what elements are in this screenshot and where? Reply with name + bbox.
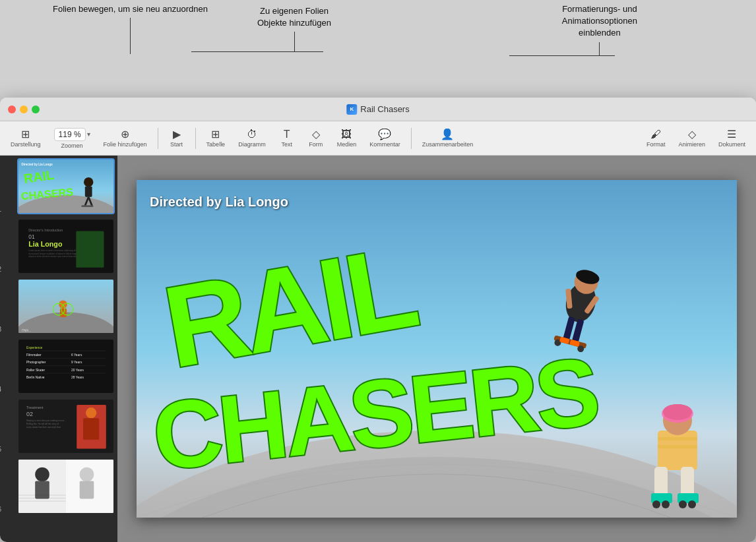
svg-text:Directed by Lia Longo: Directed by Lia Longo	[22, 163, 53, 166]
svg-text:Skating is more than just maki: Skating is more than just making moves..…	[26, 419, 66, 422]
svg-text:Roller Skater: Roller Skater	[26, 369, 45, 372]
shape-icon: ◇	[312, 129, 320, 140]
zusammenarbeiten-button[interactable]: 👤 Zusammenarbeiten	[417, 127, 479, 150]
svg-point-84	[652, 500, 660, 508]
zoom-button[interactable]: 119 % ▾ Zoomen	[49, 125, 96, 152]
table-icon: ⊞	[211, 129, 220, 140]
svg-text:Treatment: Treatment	[26, 406, 44, 409]
window-title: K Rail Chasers	[346, 104, 409, 115]
text-button[interactable]: T Text	[274, 127, 300, 150]
medien-button[interactable]: 🖼 Medien	[332, 127, 362, 150]
media-icon: 🖼	[341, 129, 352, 140]
svg-text:ITMA...: ITMA...	[22, 329, 32, 332]
svg-rect-9	[81, 205, 93, 207]
toolbar-separator-1	[158, 128, 158, 149]
text-icon: T	[284, 129, 290, 140]
toolbar: ⊞ Darstellung 119 % ▾ Zoomen ⊕ Folie hin…	[0, 121, 756, 156]
center-callout: Zu eigenen FolienObjekte hinzufügen	[257, 5, 331, 52]
fullscreen-button[interactable]	[32, 105, 40, 113]
svg-text:01: 01	[28, 233, 35, 240]
form-button[interactable]: ◇ Form	[303, 127, 329, 150]
keynote-app-icon: K	[346, 104, 357, 115]
svg-text:Lia Longo: Lia Longo	[28, 240, 63, 248]
slide-thumb-3[interactable]: ITMA...	[17, 278, 115, 334]
traffic-lights	[0, 105, 40, 113]
dokument-button[interactable]: ☰ Dokument	[713, 127, 751, 150]
slide1-thumbnail-svg: RAIL CHASERS Directed by Lia Longo	[18, 160, 113, 213]
svg-text:Filmmaker: Filmmaker	[26, 353, 42, 357]
main-slide-svg: RAIL CHASERS	[137, 180, 737, 518]
minimize-button[interactable]	[20, 105, 28, 113]
main-slide-canvas[interactable]: RAIL CHASERS	[137, 180, 737, 518]
slide-6-wrapper: 6	[3, 458, 115, 514]
close-button[interactable]	[8, 105, 16, 113]
svg-rect-76	[658, 431, 697, 470]
svg-point-47	[86, 407, 96, 418]
format-icon: 🖌	[650, 129, 661, 140]
slide-thumb-1[interactable]: RAIL CHASERS Directed by Lia Longo	[17, 158, 115, 214]
slide3-thumbnail-svg: ITMA...	[18, 280, 113, 333]
svg-text:6 Years: 6 Years	[71, 353, 82, 357]
svg-rect-6	[85, 187, 92, 197]
tabelle-button[interactable]: ⊞ Tabelle	[201, 127, 231, 150]
format-button[interactable]: 🖌 Format	[641, 127, 671, 150]
canvas-area: RAIL CHASERS	[117, 156, 756, 542]
toolbar-separator-2	[195, 128, 196, 149]
svg-point-52	[35, 467, 49, 482]
chart-icon: ⏱	[247, 129, 257, 140]
folie-hinzufuegen-button[interactable]: ⊕ Folie hinzufügen	[98, 127, 152, 150]
svg-text:9 Years: 9 Years	[71, 361, 82, 364]
toolbar-separator-3	[411, 128, 412, 149]
slide-thumb-4[interactable]: Experience Filmmaker 6 Years Photographe…	[17, 338, 115, 394]
svg-rect-53	[35, 481, 49, 498]
svg-text:aliqua ut enim ad minim veniam: aliqua ut enim ad minim veniam quis nost…	[28, 255, 79, 258]
svg-text:02: 02	[26, 411, 33, 417]
titlebar: K Rail Chasers	[0, 98, 756, 121]
slide-4-wrapper: 4 Experience Filmmaker 6 Years Photog	[3, 338, 115, 394]
play-icon: ▶	[173, 129, 181, 140]
folie-icon: ⊕	[121, 129, 129, 140]
darstellung-button[interactable]: ⊞ Darstellung	[5, 127, 46, 150]
left-callout: Folien bewegen, um sie neu anzuordnen	[53, 3, 208, 54]
svg-text:28 Years: 28 Years	[71, 376, 84, 379]
zoom-group: 119 % ▾ Zoomen	[49, 125, 96, 152]
svg-text:Experience: Experience	[26, 346, 43, 349]
slide-3-wrapper: 3	[3, 278, 115, 334]
diagramm-button[interactable]: ⏱ Diagramm	[233, 127, 271, 150]
kommentar-button[interactable]: 💬 Kommentar	[364, 127, 406, 150]
slide4-thumbnail-svg: Experience Filmmaker 6 Years Photographe…	[21, 342, 111, 390]
start-button[interactable]: ▶ Start	[164, 127, 190, 150]
slide6-thumbnail-svg	[18, 460, 113, 513]
svg-rect-17	[76, 231, 104, 268]
slide-2-wrapper: 2 Director's Introduction 01 Lia Longo L…	[3, 218, 115, 274]
slide5-thumbnail-svg: Treatment 02 Skating is more than just m…	[21, 402, 111, 450]
zoom-chevron-icon: ▾	[87, 131, 90, 138]
right-callout: Formatierungs- undAnimationsoptioneneinb…	[562, 3, 637, 56]
svg-rect-48	[83, 418, 99, 439]
svg-text:20 Years: 20 Years	[71, 369, 84, 372]
main-content: 1	[0, 156, 756, 542]
svg-point-5	[84, 177, 93, 187]
slide-thumb-5[interactable]: Treatment 02 Skating is more than just m…	[17, 398, 115, 454]
svg-point-54	[80, 467, 94, 482]
slide-panel[interactable]: 1	[0, 156, 117, 542]
slide-5-wrapper: 5 Treatment 02 Skating is more than just…	[3, 398, 115, 454]
svg-rect-80	[654, 467, 668, 497]
slide-1-wrapper: 1	[3, 158, 115, 214]
animate-icon: ◇	[688, 129, 696, 140]
svg-point-79	[662, 404, 693, 423]
slide-thumb-2[interactable]: Director's Introduction 01 Lia Longo Lor…	[17, 218, 115, 274]
collaborate-icon: 👤	[441, 129, 454, 140]
svg-text:do eiusmod tempor incididunt u: do eiusmod tempor incididunt ut labore e…	[28, 253, 79, 255]
svg-text:Rolling like. He will tell the: Rolling like. He will tell the story of	[26, 423, 59, 425]
svg-rect-26	[23, 342, 109, 390]
slide-thumb-6[interactable]	[17, 458, 115, 514]
darstellung-icon: ⊞	[21, 129, 30, 140]
svg-point-86	[679, 500, 687, 508]
svg-text:Berlin Native: Berlin Native	[26, 376, 45, 379]
comment-icon: 💬	[378, 129, 391, 140]
svg-text:Lorem ipsum dolor sit amet con: Lorem ipsum dolor sit amet consectetur a…	[28, 249, 80, 252]
keynote-window: K Rail Chasers ⊞ Darstellung 119 % ▾ Zoo…	[0, 98, 756, 542]
svg-rect-55	[80, 481, 94, 498]
animieren-button[interactable]: ◇ Animieren	[673, 127, 710, 150]
